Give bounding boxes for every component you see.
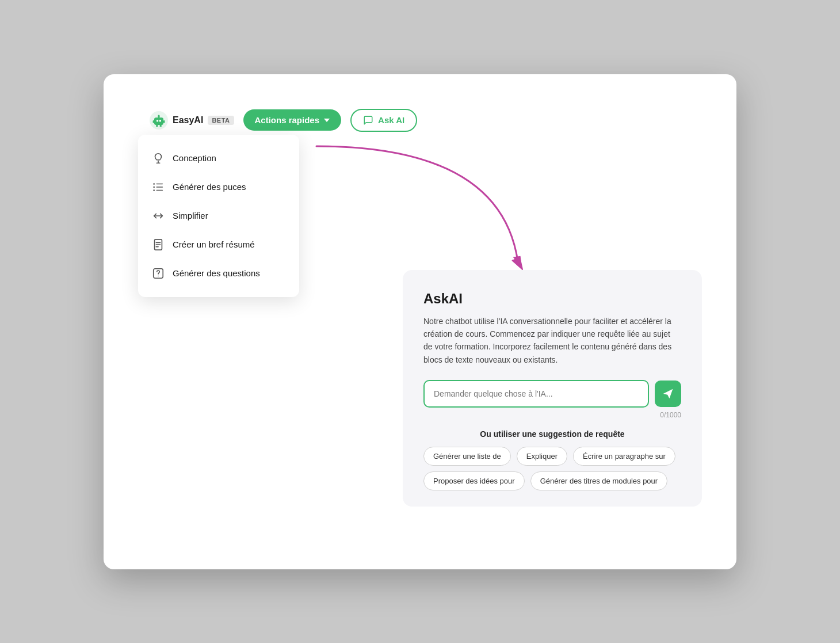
suggestion-chips: Générer une liste de Expliquer Écrire un… — [423, 447, 681, 490]
chip-3[interactable]: Proposer des idées pour — [423, 471, 525, 490]
actions-rapides-label: Actions rapides — [255, 115, 320, 125]
list-icon — [152, 181, 165, 193]
svg-rect-3 — [159, 120, 161, 121]
chat-bubble-icon — [363, 115, 373, 125]
dropdown-item-generer-questions-label: Générer des questions — [173, 268, 260, 278]
ask-ai-button[interactable]: Ask AI — [350, 109, 417, 132]
svg-point-14 — [153, 183, 155, 185]
ask-ai-panel: AskAI Notre chatbot utilise l'IA convers… — [403, 270, 702, 507]
send-button[interactable] — [655, 381, 681, 407]
main-window: EasyAI BETA Actions rapides Ask AI Conce… — [104, 74, 736, 569]
ask-ai-label: Ask AI — [378, 115, 404, 125]
chevron-down-icon — [324, 119, 330, 122]
input-row — [423, 380, 681, 408]
ask-ai-panel-description: Notre chatbot utilise l'IA conversationn… — [423, 315, 681, 367]
dropdown-item-generer-puces[interactable]: Générer des puces — [138, 173, 299, 201]
chip-1[interactable]: Expliquer — [517, 447, 567, 466]
dropdown-menu: Conception Générer des puces Simplifier — [138, 135, 299, 297]
dropdown-item-conception-label: Conception — [173, 153, 216, 163]
lightbulb-icon — [152, 152, 165, 165]
chip-2[interactable]: Écrire un paragraphe sur — [573, 447, 675, 466]
svg-point-16 — [153, 189, 155, 191]
document-icon — [152, 238, 165, 251]
top-bar: EasyAI BETA Actions rapides Ask AI — [150, 109, 690, 132]
dropdown-item-conception[interactable]: Conception — [138, 144, 299, 173]
ask-ai-panel-title: AskAI — [423, 291, 681, 307]
app-name: EasyAI — [173, 115, 203, 125]
dropdown-item-generer-questions[interactable]: Générer des questions — [138, 259, 299, 288]
question-icon — [152, 267, 165, 280]
svg-rect-1 — [154, 117, 163, 125]
char-count: 0/1000 — [423, 411, 681, 419]
svg-rect-9 — [160, 125, 162, 127]
dropdown-item-simplifier-label: Simplifier — [173, 211, 208, 220]
chip-4[interactable]: Générer des titres de modules pour — [530, 471, 668, 490]
svg-marker-24 — [511, 254, 525, 268]
ask-input[interactable] — [423, 380, 649, 408]
svg-rect-6 — [153, 120, 154, 123]
dropdown-item-creer-resume-label: Créer un bref résumé — [173, 239, 255, 249]
send-icon — [662, 388, 674, 400]
actions-rapides-button[interactable]: Actions rapides — [243, 109, 342, 131]
logo-area: EasyAI BETA — [150, 111, 234, 130]
svg-point-23 — [158, 275, 158, 276]
svg-point-15 — [153, 186, 155, 188]
dropdown-item-generer-puces-label: Générer des puces — [173, 182, 246, 192]
svg-rect-8 — [156, 125, 158, 127]
svg-rect-7 — [163, 120, 165, 123]
chip-0[interactable]: Générer une liste de — [423, 447, 511, 466]
dropdown-item-simplifier[interactable]: Simplifier — [138, 201, 299, 230]
beta-badge: BETA — [208, 116, 234, 125]
dropdown-item-creer-resume[interactable]: Créer un bref résumé — [138, 230, 299, 259]
simplify-icon — [152, 210, 165, 222]
svg-rect-2 — [156, 120, 158, 121]
svg-point-5 — [158, 115, 159, 116]
suggestion-label: Ou utiliser une suggestion de requête — [423, 429, 681, 439]
robot-icon — [150, 111, 168, 130]
